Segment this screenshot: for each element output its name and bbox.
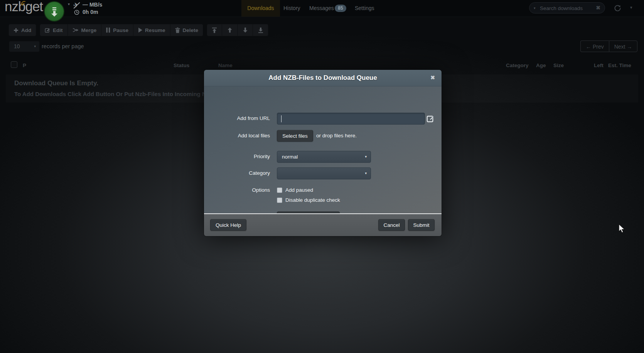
uptime-indicator: 0h 0m [83, 9, 98, 15]
mouse-cursor [618, 224, 627, 234]
move-bottom-button[interactable] [253, 24, 268, 36]
edit-button[interactable]: Edit [40, 24, 68, 36]
navbar-dropdown-caret-icon[interactable]: ▾ [630, 5, 632, 10]
arrow-down-icon [243, 27, 248, 33]
quick-help-button[interactable]: Quick Help [210, 219, 246, 231]
column-header-priority[interactable]: P [23, 62, 26, 68]
column-header-category[interactable]: Category [506, 62, 529, 68]
speed-indicator[interactable]: — MB/s [83, 2, 102, 8]
navbar: nzbget ▾ ✈ — MB/s 0h 0m Downloads Histor… [0, 0, 644, 17]
drop-files-hint: or drop files here. [316, 133, 357, 138]
disable-duplicate-check-label: Disable duplicate check [285, 197, 340, 203]
text-caret [281, 115, 282, 122]
edit-icon [45, 27, 50, 33]
priority-select[interactable]: normal ▾ [277, 151, 371, 163]
records-per-page-value: 10 [14, 43, 20, 49]
trash-icon [175, 27, 180, 33]
tab-downloads[interactable]: Downloads [241, 0, 280, 17]
add-paused-checkbox[interactable] [277, 187, 282, 193]
add-button[interactable]: Add [8, 24, 36, 36]
column-header-size[interactable]: Size [553, 62, 564, 68]
empty-queue-subtitle: To Add Downloads Click Add Button Or Put… [14, 91, 212, 97]
next-page-button[interactable]: Next → [609, 41, 638, 52]
disable-duplicate-check-checkbox[interactable] [277, 198, 282, 203]
options-label: Options [204, 187, 270, 193]
signal-arcs-icon [20, 0, 28, 6]
modal-body: Add from URL Add local files Select file… [204, 86, 442, 213]
merge-icon [72, 27, 79, 33]
select-all-checkbox[interactable] [11, 61, 17, 68]
cancel-button[interactable]: Cancel [378, 219, 405, 231]
play-icon [138, 27, 142, 33]
move-up-button[interactable] [222, 24, 238, 36]
merge-button[interactable]: Merge [68, 24, 102, 36]
plane-slash-overlay [73, 2, 81, 9]
category-label: Category [204, 170, 270, 176]
modal-title: Add NZB-Files to Download Queue [204, 70, 442, 86]
column-header-name[interactable]: Name [218, 62, 233, 68]
delete-button[interactable]: Delete [170, 24, 204, 36]
modal-header: Add NZB-Files to Download Queue ✖ [204, 70, 442, 86]
records-per-page-select[interactable]: 10 ▾ [9, 41, 40, 52]
plus-icon [13, 28, 19, 33]
refresh-icon[interactable] [614, 4, 621, 12]
submit-button[interactable]: Submit [408, 219, 435, 231]
priority-label: Priority [204, 154, 270, 159]
search-clear-icon[interactable]: ✖ [596, 5, 600, 11]
pause-button[interactable]: Pause [101, 24, 133, 36]
column-header-left[interactable]: Left [594, 62, 604, 68]
add-paused-option-label: Add paused [285, 187, 313, 193]
category-select[interactable]: ▾ [277, 167, 371, 179]
close-icon[interactable]: ✖ [430, 74, 435, 81]
move-buttons-group [207, 24, 268, 36]
search-input[interactable] [539, 4, 591, 13]
priority-value: normal [282, 154, 298, 160]
select-caret-icon: ▾ [34, 44, 36, 48]
download-arrow-icon [49, 6, 59, 17]
add-download-menu-button[interactable] [44, 1, 64, 22]
select-caret-icon: ▾ [365, 155, 367, 159]
pause-icon [106, 27, 110, 33]
queue-actions-group: Edit Merge Pause Resume [40, 24, 203, 36]
search-box: ▾ ✖ [529, 2, 605, 14]
arrow-to-bottom-icon [258, 27, 263, 33]
column-header-age[interactable]: Age [536, 62, 546, 68]
select-files-button[interactable]: Select files [277, 130, 313, 142]
select-caret-icon: ▾ [365, 171, 367, 175]
nzbget-app: nzbget ▾ ✈ — MB/s 0h 0m Downloads Histor… [0, 0, 644, 353]
local-files-label: Add local files [204, 133, 270, 138]
resume-button[interactable]: Resume [133, 24, 170, 36]
tab-messages[interactable]: Messages [309, 0, 334, 17]
move-top-button[interactable] [207, 24, 222, 36]
column-header-status[interactable]: Status [174, 62, 189, 68]
column-header-est-time[interactable]: Est. Time [608, 62, 631, 68]
prev-page-button[interactable]: ← Prev [580, 41, 609, 52]
chevron-down-icon[interactable]: ▾ [68, 2, 70, 6]
arrow-up-icon [227, 27, 233, 33]
add-nzb-modal: Add NZB-Files to Download Queue ✖ Add fr… [204, 70, 442, 236]
pagination: ← Prev Next → [580, 41, 637, 52]
url-input[interactable] [277, 113, 425, 125]
paste-edit-icon[interactable] [427, 115, 435, 123]
search-options-caret-icon[interactable]: ▾ [534, 6, 536, 10]
empty-queue-title: Download Queue Is Empty. [14, 79, 98, 87]
records-per-page-label: records per page [42, 43, 84, 49]
modal-footer: Quick Help Cancel Submit [204, 213, 442, 236]
arrow-to-top-icon [212, 27, 217, 33]
url-field-label: Add from URL [204, 115, 270, 121]
tab-history[interactable]: History [283, 0, 300, 17]
messages-count-badge: 85 [335, 5, 346, 12]
tab-settings[interactable]: Settings [355, 0, 374, 17]
move-down-button[interactable] [238, 24, 253, 36]
clock-icon [74, 10, 79, 15]
